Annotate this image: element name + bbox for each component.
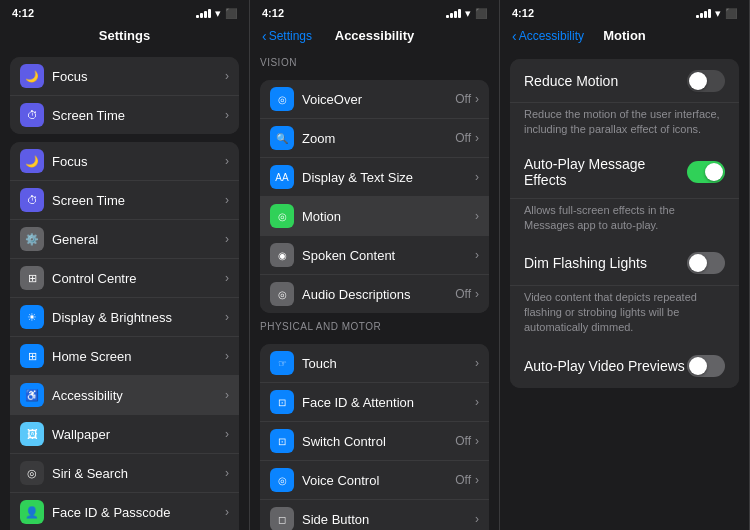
settings-status-icons: ▾ ⬛ xyxy=(196,7,237,20)
motion-title: Motion xyxy=(603,28,646,43)
touch-chevron-icon: › xyxy=(475,356,479,370)
motion-back-button[interactable]: ‹ Accessibility xyxy=(512,28,584,44)
face-id-passcode-chevron-icon: › xyxy=(225,505,229,519)
display-text-size-icon: AA xyxy=(270,165,294,189)
motion-chevron-icon: › xyxy=(475,209,479,223)
home-screen-chevron-icon: › xyxy=(225,349,229,363)
switch-control-chevron-icon: › xyxy=(475,434,479,448)
accessibility-scroll[interactable]: VISION◎VoiceOverOff›🔍ZoomOff›AADisplay &… xyxy=(250,49,499,530)
switch-control-label: Switch Control xyxy=(302,434,455,449)
face-id-attention-label: Face ID & Attention xyxy=(302,395,475,410)
a11y-item-voiceover[interactable]: ◎VoiceOverOff› xyxy=(260,80,489,119)
touch-label: Touch xyxy=(302,356,475,371)
motion-scroll[interactable]: Reduce MotionReduce the motion of the us… xyxy=(500,49,749,530)
autoplay-video-toggle[interactable] xyxy=(687,355,725,377)
a11y-wifi-icon: ▾ xyxy=(465,7,471,20)
settings-item-display-brightness[interactable]: ☀Display & Brightness› xyxy=(10,298,239,337)
motion-back-label: Accessibility xyxy=(519,29,584,43)
face-id-passcode-label: Face ID & Passcode xyxy=(52,505,225,520)
home-screen-icon: ⊞ xyxy=(20,344,44,368)
control-centre-label: Control Centre xyxy=(52,271,225,286)
settings-scroll[interactable]: 🌙Focus›⏱Screen Time›🌙Focus›⏱Screen Time›… xyxy=(0,49,249,530)
motion-settings-list: Reduce MotionReduce the motion of the us… xyxy=(500,59,749,388)
siri-search-icon: ◎ xyxy=(20,461,44,485)
settings-item-screen-time[interactable]: ⏱Screen Time› xyxy=(10,96,239,134)
screen-time-chevron-icon: › xyxy=(225,193,229,207)
autoplay-message-toggle-thumb xyxy=(705,163,723,181)
reduce-motion-toggle-thumb xyxy=(689,72,707,90)
settings-item-control-centre[interactable]: ⊞Control Centre› xyxy=(10,259,239,298)
accessibility-title: Accessibility xyxy=(335,28,415,43)
a11y-item-touch[interactable]: ☞Touch› xyxy=(260,344,489,383)
motion-row-autoplay-message[interactable]: Auto-Play Message Effects xyxy=(510,146,739,199)
siri-search-chevron-icon: › xyxy=(225,466,229,480)
autoplay-message-desc: Allows full-screen effects in the Messag… xyxy=(510,199,739,242)
control-centre-icon: ⊞ xyxy=(20,266,44,290)
control-centre-chevron-icon: › xyxy=(225,271,229,285)
spoken-content-label: Spoken Content xyxy=(302,248,475,263)
reduce-motion-desc: Reduce the motion of the user interface,… xyxy=(510,103,739,146)
settings-item-face-id-passcode[interactable]: 👤Face ID & Passcode› xyxy=(10,493,239,530)
accessibility-back-button[interactable]: ‹ Settings xyxy=(262,28,312,44)
side-button-label: Side Button xyxy=(302,512,475,527)
screen-time-icon: ⏱ xyxy=(20,188,44,212)
switch-control-value: Off xyxy=(455,434,471,448)
settings-item-home-screen[interactable]: ⊞Home Screen› xyxy=(10,337,239,376)
home-screen-label: Home Screen xyxy=(52,349,225,364)
motion-row-reduce-motion[interactable]: Reduce Motion xyxy=(510,59,739,103)
focus-label: Focus xyxy=(52,69,225,84)
settings-items-group: 🌙Focus›⏱Screen Time› xyxy=(10,57,239,134)
a11y-signal-icon xyxy=(446,8,461,18)
a11y-item-audio-descriptions[interactable]: ◎Audio DescriptionsOff› xyxy=(260,275,489,313)
settings-nav-bar: Settings xyxy=(0,24,249,49)
dim-flashing-toggle[interactable] xyxy=(687,252,725,274)
a11y-battery-icon: ⬛ xyxy=(475,8,487,19)
motion-wifi-icon: ▾ xyxy=(715,7,721,20)
focus-chevron-icon: › xyxy=(225,69,229,83)
battery-level-icon: ⬛ xyxy=(225,8,237,19)
settings-item-siri-search[interactable]: ◎Siri & Search› xyxy=(10,454,239,493)
settings-item-wallpaper[interactable]: 🖼Wallpaper› xyxy=(10,415,239,454)
siri-search-label: Siri & Search xyxy=(52,466,225,481)
general-label: General xyxy=(52,232,225,247)
a11y-item-spoken-content[interactable]: ◉Spoken Content› xyxy=(260,236,489,275)
motion-settings-section: Reduce MotionReduce the motion of the us… xyxy=(510,59,739,388)
settings-items-group: 🌙Focus›⏱Screen Time›⚙️General›⊞Control C… xyxy=(10,142,239,530)
motion-label: Motion xyxy=(302,209,475,224)
autoplay-message-toggle[interactable] xyxy=(687,161,725,183)
general-icon: ⚙️ xyxy=(20,227,44,251)
settings-item-accessibility[interactable]: ♿Accessibility› xyxy=(10,376,239,415)
focus-label: Focus xyxy=(52,154,225,169)
display-brightness-icon: ☀ xyxy=(20,305,44,329)
settings-list: 🌙Focus›⏱Screen Time›🌙Focus›⏱Screen Time›… xyxy=(0,57,249,530)
settings-item-focus[interactable]: 🌙Focus› xyxy=(10,57,239,96)
a11y-item-face-id-attention[interactable]: ⊡Face ID & Attention› xyxy=(260,383,489,422)
zoom-value: Off xyxy=(455,131,471,145)
wallpaper-icon: 🖼 xyxy=(20,422,44,446)
display-brightness-label: Display & Brightness xyxy=(52,310,225,325)
face-id-passcode-icon: 👤 xyxy=(20,500,44,524)
accessibility-label: Accessibility xyxy=(52,388,225,403)
voiceover-label: VoiceOver xyxy=(302,92,455,107)
motion-status-bar: 4:12 ▾ ⬛ xyxy=(500,0,749,24)
back-chevron-icon: ‹ xyxy=(262,28,267,44)
motion-battery-icon: ⬛ xyxy=(725,8,737,19)
accessibility-status-icons: ▾ ⬛ xyxy=(446,7,487,20)
settings-item-focus[interactable]: 🌙Focus› xyxy=(10,142,239,181)
a11y-item-switch-control[interactable]: ⊡Switch ControlOff› xyxy=(260,422,489,461)
audio-descriptions-icon: ◎ xyxy=(270,282,294,306)
a11y-item-zoom[interactable]: 🔍ZoomOff› xyxy=(260,119,489,158)
accessibility-status-bar: 4:12 ▾ ⬛ xyxy=(250,0,499,24)
motion-row-autoplay-video[interactable]: Auto-Play Video Previews xyxy=(510,344,739,388)
screen-time-label: Screen Time xyxy=(52,108,225,123)
reduce-motion-toggle[interactable] xyxy=(687,70,725,92)
a11y-item-motion[interactable]: ◎Motion› xyxy=(260,197,489,236)
settings-item-general[interactable]: ⚙️General› xyxy=(10,220,239,259)
wifi-icon: ▾ xyxy=(215,7,221,20)
motion-row-dim-flashing[interactable]: Dim Flashing Lights xyxy=(510,242,739,286)
a11y-item-side-button[interactable]: ◻Side Button› xyxy=(260,500,489,530)
a11y-item-display-text-size[interactable]: AADisplay & Text Size› xyxy=(260,158,489,197)
voiceover-icon: ◎ xyxy=(270,87,294,111)
a11y-item-voice-control[interactable]: ◎Voice ControlOff› xyxy=(260,461,489,500)
settings-item-screen-time[interactable]: ⏱Screen Time› xyxy=(10,181,239,220)
